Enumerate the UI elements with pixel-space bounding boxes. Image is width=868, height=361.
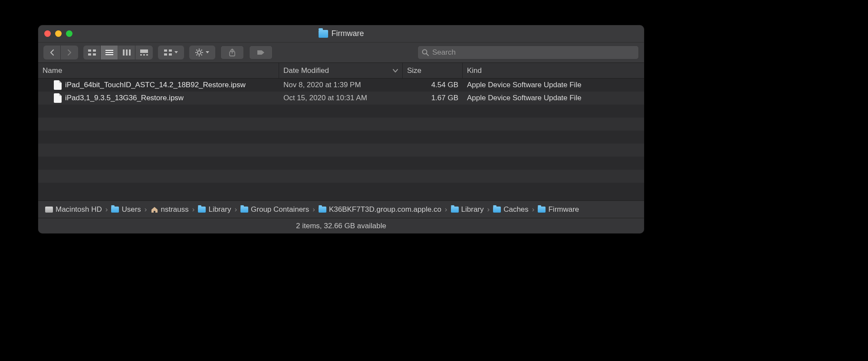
table-row[interactable]: iPad_64bit_TouchID_ASTC_14.2_18B92_Resto… <box>38 79 644 92</box>
toolbar <box>38 43 644 63</box>
column-header-date[interactable]: Date Modified <box>279 63 403 78</box>
file-icon <box>54 80 62 90</box>
svg-rect-17 <box>169 53 172 56</box>
path-separator: › <box>532 205 535 214</box>
titlebar: Firmware <box>38 25 644 43</box>
svg-rect-2 <box>88 53 91 56</box>
svg-rect-9 <box>129 49 131 56</box>
svg-rect-14 <box>164 49 167 52</box>
share-button[interactable] <box>220 46 244 59</box>
arrange-button[interactable] <box>158 46 184 59</box>
file-kind: Apple Device Software Update File <box>463 81 644 89</box>
close-button[interactable] <box>44 30 51 37</box>
path-crumb[interactable]: Macintosh HD <box>45 205 102 214</box>
minimize-button[interactable] <box>55 30 62 37</box>
search-icon <box>422 49 429 56</box>
chevron-down-icon <box>174 51 178 54</box>
path-separator: › <box>192 205 195 214</box>
svg-rect-4 <box>105 50 113 51</box>
svg-line-26 <box>197 55 197 56</box>
svg-rect-1 <box>93 49 96 52</box>
svg-rect-15 <box>169 49 172 52</box>
path-separator: › <box>312 205 315 214</box>
path-separator: › <box>105 205 108 214</box>
file-name: iPad3,1_9.3.5_13G36_Restore.ipsw <box>65 94 184 102</box>
column-header-kind[interactable]: Kind <box>463 63 644 78</box>
path-crumb[interactable]: Users <box>111 205 141 214</box>
path-crumb[interactable]: nstrauss <box>151 205 189 214</box>
file-list: iPad_64bit_TouchID_ASTC_14.2_18B92_Resto… <box>38 79 644 200</box>
share-icon <box>229 49 236 56</box>
tags-button[interactable] <box>249 46 273 59</box>
forward-button[interactable] <box>61 46 78 59</box>
path-separator: › <box>234 205 237 214</box>
svg-line-25 <box>201 50 202 51</box>
zoom-button[interactable] <box>66 30 72 37</box>
file-size: 1.67 GB <box>403 94 463 102</box>
svg-line-23 <box>197 50 197 51</box>
gear-icon <box>195 49 203 56</box>
folder-icon <box>451 207 459 213</box>
gallery-view-button[interactable] <box>135 46 153 59</box>
column-headers: Name Date Modified Size Kind <box>38 63 644 79</box>
disk-icon <box>45 207 53 213</box>
icon-view-button[interactable] <box>83 46 101 59</box>
path-crumb[interactable]: Caches <box>493 205 529 214</box>
path-separator: › <box>145 205 147 214</box>
svg-line-24 <box>201 55 202 56</box>
svg-rect-16 <box>164 53 167 56</box>
svg-rect-6 <box>105 54 113 55</box>
svg-rect-11 <box>140 54 142 56</box>
file-name: iPad_64bit_TouchID_ASTC_14.2_18B92_Resto… <box>65 81 246 89</box>
column-header-name[interactable]: Name <box>38 63 279 78</box>
column-header-size[interactable]: Size <box>403 63 463 78</box>
svg-rect-0 <box>88 49 91 52</box>
action-button[interactable] <box>189 46 215 59</box>
path-crumb[interactable]: Library <box>451 205 484 214</box>
home-icon <box>151 206 158 213</box>
svg-rect-7 <box>123 49 125 56</box>
path-crumb[interactable]: Library <box>198 205 231 214</box>
svg-rect-5 <box>105 52 113 53</box>
file-icon <box>54 93 62 103</box>
folder-icon <box>319 30 328 38</box>
path-crumb[interactable]: Group Containers <box>240 205 309 214</box>
file-date: Oct 15, 2020 at 10:31 AM <box>279 94 403 102</box>
status-text: 2 items, 32.66 GB available <box>296 222 386 230</box>
file-date: Nov 8, 2020 at 1:39 PM <box>279 81 403 89</box>
window-title-text: Firmware <box>332 29 364 38</box>
chevron-down-icon <box>393 69 398 72</box>
file-kind: Apple Device Software Update File <box>463 94 644 102</box>
finder-window: Firmware <box>38 25 644 233</box>
folder-icon <box>538 207 546 213</box>
svg-rect-13 <box>146 54 148 56</box>
path-bar: Macintosh HD › Users › nstrauss › Librar… <box>38 200 644 218</box>
path-crumb[interactable]: Firmware <box>538 205 579 214</box>
action-button-group <box>189 46 215 59</box>
back-button[interactable] <box>43 46 61 59</box>
column-view-button[interactable] <box>118 46 135 59</box>
svg-line-29 <box>427 54 429 56</box>
path-separator: › <box>445 205 447 214</box>
folder-icon <box>319 207 326 213</box>
path-separator: › <box>487 205 490 214</box>
tag-icon <box>256 49 265 56</box>
folder-icon <box>240 207 248 213</box>
list-view-button[interactable] <box>101 46 118 59</box>
chevron-down-icon <box>206 51 209 54</box>
search-field[interactable] <box>418 46 639 59</box>
status-bar: 2 items, 32.66 GB available <box>38 218 644 233</box>
svg-rect-3 <box>93 53 96 56</box>
table-row[interactable]: iPad3,1_9.3.5_13G36_Restore.ipsw Oct 15,… <box>38 92 644 105</box>
svg-rect-10 <box>140 49 148 53</box>
window-title: Firmware <box>38 29 644 38</box>
folder-icon <box>198 207 206 213</box>
view-mode-buttons <box>83 46 153 59</box>
svg-rect-8 <box>126 49 128 56</box>
svg-rect-12 <box>143 54 145 56</box>
path-crumb[interactable]: K36BKF7T3D.group.com.apple.co <box>319 205 441 214</box>
window-controls <box>44 30 72 37</box>
search-input[interactable] <box>432 48 635 57</box>
folder-icon <box>111 207 119 213</box>
arrange-button-group <box>158 46 184 59</box>
